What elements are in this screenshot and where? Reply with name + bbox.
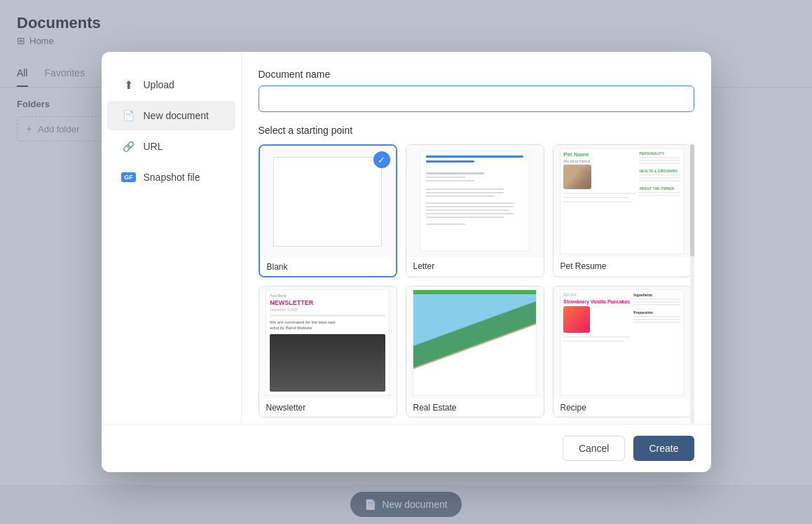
modal-sidebar-url[interactable]: 🔗 URL	[107, 132, 235, 161]
pet-preview: Pet Name My best friend	[560, 148, 683, 254]
new-document-label: New document	[144, 110, 209, 121]
template-pet-resume[interactable]: Pet Name My best friend	[553, 144, 691, 277]
starting-point-label: Select a starting point	[259, 125, 694, 136]
modal-sidebar: ⬆ Upload 📄 New document 🔗 URL GF Snapsho…	[102, 52, 242, 424]
template-letter-thumb	[406, 145, 544, 257]
cancel-button[interactable]: Cancel	[563, 436, 626, 461]
template-blank[interactable]: ✓ Blank	[259, 144, 397, 277]
blank-preview	[273, 157, 382, 247]
template-newsletter-label: Newsletter	[259, 399, 397, 417]
modal-overlay: ⬆ Upload 📄 New document 🔗 URL GF Snapsho…	[0, 0, 812, 524]
template-newsletter[interactable]: Your Band NEWSLETTER December 1 2026 We …	[259, 286, 397, 418]
modal-main: Document name Select a starting point ✓	[242, 52, 711, 424]
template-blank-label: Blank	[260, 258, 396, 276]
scroll-thumb[interactable]	[690, 144, 694, 256]
template-recipe[interactable]: RECIPE Strawberry Vanilla Pancakes Ingre…	[553, 286, 691, 418]
template-blank-thumb: ✓	[260, 146, 396, 258]
url-icon: 🔗	[121, 139, 137, 154]
template-recipe-label: Recipe	[553, 399, 691, 417]
modal-sidebar-snapshot[interactable]: GF Snapshot file	[107, 163, 235, 192]
upload-label: Upload	[144, 79, 174, 90]
template-newsletter-thumb: Your Band NEWSLETTER December 1 2026 We …	[259, 287, 397, 399]
template-letter[interactable]: Letter	[406, 144, 544, 277]
house-preview	[413, 289, 536, 396]
template-house[interactable]: Real Estate	[406, 286, 544, 418]
url-label: URL	[144, 141, 163, 152]
template-house-label: Real Estate	[406, 399, 544, 417]
snapshot-icon: GF	[121, 170, 137, 185]
template-recipe-thumb: RECIPE Strawberry Vanilla Pancakes Ingre…	[553, 287, 691, 399]
newsletter-preview: Your Band NEWSLETTER December 1 2026 We …	[266, 289, 389, 396]
scroll-track	[690, 144, 694, 424]
template-letter-label: Letter	[406, 257, 544, 275]
new-document-icon: 📄	[121, 108, 137, 123]
modal-footer: Cancel Create	[102, 424, 711, 472]
document-name-label: Document name	[259, 69, 694, 80]
templates-scroll-area[interactable]: ✓ Blank	[259, 144, 694, 424]
gf-badge: GF	[121, 172, 136, 182]
upload-icon: ⬆	[121, 77, 137, 92]
modal-sidebar-new-document[interactable]: 📄 New document	[107, 101, 235, 130]
modal-sidebar-upload[interactable]: ⬆ Upload	[107, 70, 235, 99]
letter-preview	[420, 151, 530, 251]
document-name-input[interactable]	[259, 85, 694, 112]
templates-grid: ✓ Blank	[259, 144, 691, 424]
selected-checkmark: ✓	[373, 151, 390, 168]
create-document-modal: ⬆ Upload 📄 New document 🔗 URL GF Snapsho…	[102, 52, 711, 472]
create-button[interactable]: Create	[633, 436, 694, 461]
templates-scroll-inner: ✓ Blank	[259, 144, 694, 424]
template-pet-thumb: Pet Name My best friend	[553, 145, 691, 257]
recipe-preview: RECIPE Strawberry Vanilla Pancakes Ingre…	[560, 289, 683, 396]
modal-body: ⬆ Upload 📄 New document 🔗 URL GF Snapsho…	[102, 52, 711, 424]
template-pet-label: Pet Resume	[553, 257, 691, 275]
template-house-thumb	[406, 287, 544, 399]
snapshot-label: Snapshot file	[144, 172, 200, 183]
